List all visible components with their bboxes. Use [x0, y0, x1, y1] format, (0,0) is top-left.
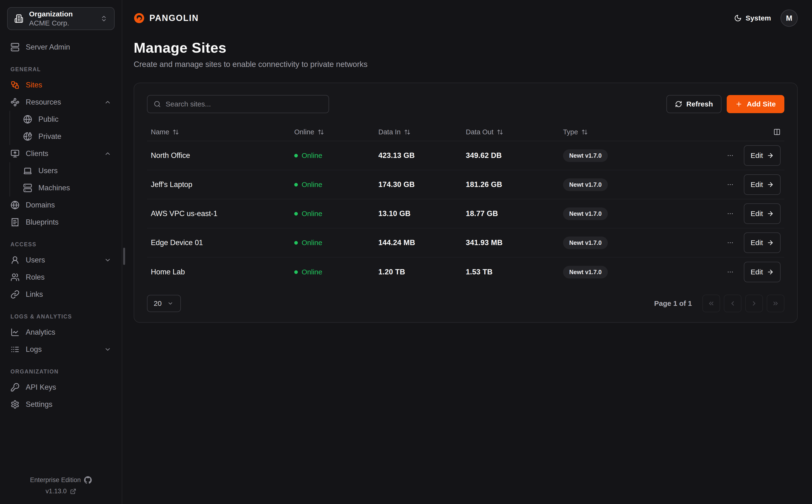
avatar[interactable]: M — [781, 10, 798, 27]
row-menu-button[interactable] — [727, 152, 734, 159]
globe-icon — [23, 115, 32, 124]
column-settings-button[interactable] — [773, 128, 781, 136]
search-input[interactable] — [166, 100, 322, 108]
sidebar-item-users[interactable]: Users — [7, 252, 115, 269]
sidebar-item-label: Analytics — [26, 328, 55, 337]
logs-icon — [10, 345, 20, 354]
online-dot — [294, 154, 298, 157]
org-selector[interactable]: Organization ACME Corp. — [7, 7, 115, 30]
next-page-button[interactable] — [745, 295, 763, 312]
version-link[interactable]: v1.13.0 — [46, 488, 76, 495]
site-type: Newt v1.7.0 — [563, 178, 727, 191]
sites-icon — [10, 81, 20, 90]
sidebar-item-roles[interactable]: Roles — [7, 269, 115, 286]
header-label: Data In — [378, 128, 401, 136]
row-menu-button[interactable] — [727, 268, 734, 276]
pagination: 20 Page 1 of 1 — [147, 295, 784, 312]
edit-button[interactable]: Edit — [744, 174, 781, 195]
sidebar-item-client-users[interactable]: Users — [20, 162, 115, 179]
sidebar-item-analytics[interactable]: Analytics — [7, 324, 115, 341]
sidebar-item-private[interactable]: Private — [20, 128, 115, 145]
sidebar-nav: Server Admin GENERAL Sites Resources Pub… — [7, 39, 115, 413]
row-actions: Edit — [727, 203, 781, 224]
sort-header-type[interactable]: Type — [563, 128, 773, 136]
sidebar-item-label: Resources — [26, 98, 61, 106]
brand-name: PANGOLIN — [149, 13, 199, 23]
refresh-button[interactable]: Refresh — [666, 95, 722, 113]
edit-button[interactable]: Edit — [744, 232, 781, 253]
user-icon — [10, 256, 20, 265]
row-actions: Edit — [727, 232, 781, 253]
section-access: ACCESS — [7, 241, 115, 248]
sidebar-item-public[interactable]: Public — [20, 111, 115, 128]
globe-icon — [10, 201, 20, 210]
edit-button[interactable]: Edit — [744, 145, 781, 166]
sites-card: Refresh Add Site Name Online — [134, 83, 798, 323]
toolbar-actions: Refresh Add Site — [666, 95, 784, 113]
edit-label: Edit — [751, 181, 763, 189]
sidebar-item-clients[interactable]: Clients — [7, 145, 115, 162]
receipt-icon — [10, 218, 20, 227]
type-badge: Newt v1.7.0 — [563, 266, 608, 278]
page-size-select[interactable]: 20 — [147, 295, 181, 312]
page-size-value: 20 — [154, 299, 162, 307]
edit-button[interactable]: Edit — [744, 262, 781, 282]
sort-header-name[interactable]: Name — [151, 128, 294, 136]
last-page-button[interactable] — [767, 295, 784, 312]
sidebar-item-machines[interactable]: Machines — [20, 179, 115, 197]
sort-icon — [581, 129, 588, 135]
users-icon — [10, 273, 20, 282]
clients-sub-list: Users Machines — [10, 162, 115, 197]
resources-sub-list: Public Private — [10, 111, 115, 145]
building-icon — [14, 14, 23, 23]
pangolin-logo-icon — [134, 13, 145, 24]
row-menu-button[interactable] — [727, 210, 734, 217]
sidebar-item-domains[interactable]: Domains — [7, 197, 115, 214]
sidebar-item-label: Domains — [26, 201, 55, 209]
ellipsis-icon — [727, 239, 734, 246]
section-logs-analytics: LOGS & ANALYTICS — [7, 313, 115, 320]
sidebar-item-sites[interactable]: Sites — [7, 76, 115, 94]
first-page-button[interactable] — [702, 295, 720, 312]
sort-header-data-in[interactable]: Data In — [378, 128, 466, 136]
prev-page-button[interactable] — [724, 295, 741, 312]
refresh-icon — [675, 101, 682, 108]
sidebar-item-links[interactable]: Links — [7, 286, 115, 303]
online-dot — [294, 270, 298, 274]
pagination-buttons — [702, 295, 784, 312]
sidebar-scrollbar-thumb[interactable] — [123, 248, 125, 265]
table-row: AWS VPC us-east-1 Online 13.10 GB 18.77 … — [147, 199, 784, 228]
sidebar-item-label: Clients — [26, 149, 48, 158]
online-label: Online — [302, 268, 322, 276]
sidebar-item-logs[interactable]: Logs — [7, 341, 115, 358]
arrow-right-icon — [767, 239, 774, 246]
site-type: Newt v1.7.0 — [563, 237, 727, 249]
sidebar-item-server-admin[interactable]: Server Admin — [7, 39, 115, 56]
sidebar-footer: Enterprise Edition v1.13.0 — [7, 476, 115, 498]
chevrons-left-icon — [708, 300, 715, 307]
site-status: Online — [294, 210, 378, 218]
sidebar-item-settings[interactable]: Settings — [7, 396, 115, 413]
add-site-button[interactable]: Add Site — [727, 95, 784, 113]
row-menu-button[interactable] — [727, 239, 734, 246]
chevron-down-icon — [167, 300, 173, 307]
edit-button[interactable]: Edit — [744, 203, 781, 224]
sort-header-data-out[interactable]: Data Out — [466, 128, 563, 136]
sort-header-online[interactable]: Online — [294, 128, 378, 136]
ellipsis-icon — [727, 210, 734, 217]
online-dot — [294, 183, 298, 186]
sidebar-item-blueprints[interactable]: Blueprints — [7, 214, 115, 231]
row-menu-button[interactable] — [727, 181, 734, 188]
main-content: PANGOLIN System M Manage Sites Create an… — [122, 0, 812, 504]
brand-logo-link[interactable]: PANGOLIN — [134, 13, 199, 24]
page-header: Manage Sites Create and manage sites to … — [134, 40, 798, 69]
header-label: Online — [294, 128, 314, 136]
sidebar-item-label: Roles — [26, 273, 45, 282]
theme-toggle[interactable]: System — [734, 14, 771, 22]
row-actions: Edit — [727, 174, 781, 195]
edition-link[interactable]: Enterprise Edition — [30, 476, 92, 484]
sidebar-item-resources[interactable]: Resources — [7, 94, 115, 111]
sidebar-item-api-keys[interactable]: API Keys — [7, 379, 115, 396]
online-dot — [294, 241, 298, 245]
section-organization: ORGANIZATION — [7, 368, 115, 375]
